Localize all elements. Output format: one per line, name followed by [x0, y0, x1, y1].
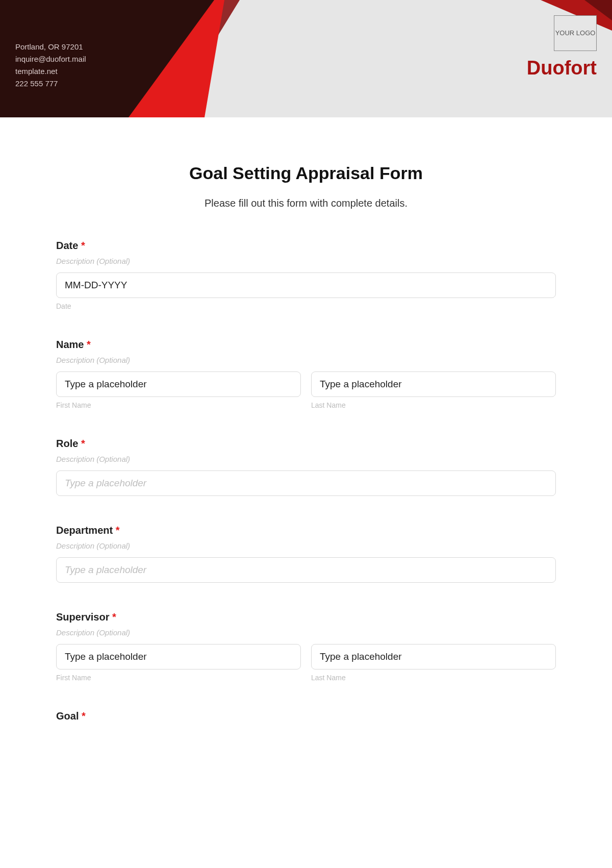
- date-input[interactable]: [56, 272, 556, 298]
- goal-label-text: Goal: [56, 710, 79, 722]
- department-description: Description (Optional): [56, 541, 556, 550]
- supervisor-label-text: Supervisor: [56, 611, 109, 623]
- required-asterisk: *: [116, 525, 120, 536]
- supervisor-label: Supervisor *: [56, 611, 556, 623]
- contact-address: Portland, OR 97201: [15, 41, 86, 53]
- supervisor-first-name-input[interactable]: [56, 644, 301, 669]
- supervisor-description: Description (Optional): [56, 628, 556, 637]
- first-name-input[interactable]: [56, 371, 301, 397]
- form-subtitle: Please fill out this form with complete …: [56, 197, 556, 209]
- name-description: Description (Optional): [56, 356, 556, 364]
- supervisor-last-name-input[interactable]: [311, 644, 556, 669]
- required-asterisk: *: [81, 240, 85, 251]
- department-label: Department *: [56, 525, 556, 536]
- required-asterisk: *: [81, 438, 85, 449]
- supervisor-first-sublabel: First Name: [56, 674, 301, 682]
- header-banner: Portland, OR 97201 inquire@duofort.mail …: [0, 0, 612, 117]
- logo-placeholder: YOUR LOGO: [554, 15, 597, 51]
- name-label-text: Name: [56, 339, 84, 350]
- required-asterisk: *: [87, 339, 91, 350]
- contact-email: inquire@duofort.mail: [15, 53, 86, 65]
- supervisor-last-sublabel: Last Name: [311, 674, 556, 682]
- goal-label: Goal *: [56, 710, 556, 722]
- last-name-sublabel: Last Name: [311, 401, 556, 409]
- logo-text: YOUR LOGO: [555, 29, 596, 37]
- role-label-text: Role: [56, 438, 78, 449]
- field-role: Role * Description (Optional): [56, 438, 556, 496]
- required-asterisk: *: [112, 611, 116, 623]
- contact-block: Portland, OR 97201 inquire@duofort.mail …: [15, 41, 86, 90]
- role-description: Description (Optional): [56, 455, 556, 463]
- role-input[interactable]: [56, 470, 556, 496]
- date-label: Date *: [56, 240, 556, 252]
- date-label-text: Date: [56, 240, 78, 251]
- field-date: Date * Description (Optional) Date: [56, 240, 556, 310]
- form-container: Goal Setting Appraisal Form Please fill …: [0, 117, 612, 771]
- department-input[interactable]: [56, 557, 556, 583]
- field-name: Name * Description (Optional) First Name…: [56, 339, 556, 409]
- brand-name: Duofort: [527, 57, 597, 79]
- field-goal: Goal *: [56, 710, 556, 722]
- last-name-input[interactable]: [311, 371, 556, 397]
- contact-site: template.net: [15, 65, 86, 78]
- department-label-text: Department: [56, 525, 113, 536]
- field-supervisor: Supervisor * Description (Optional) Firs…: [56, 611, 556, 682]
- form-title: Goal Setting Appraisal Form: [56, 163, 556, 183]
- name-label: Name *: [56, 339, 556, 351]
- field-department: Department * Description (Optional): [56, 525, 556, 583]
- contact-phone: 222 555 777: [15, 78, 86, 90]
- role-label: Role *: [56, 438, 556, 450]
- first-name-sublabel: First Name: [56, 401, 301, 409]
- date-description: Description (Optional): [56, 257, 556, 265]
- date-sublabel: Date: [56, 302, 556, 310]
- required-asterisk: *: [82, 710, 86, 722]
